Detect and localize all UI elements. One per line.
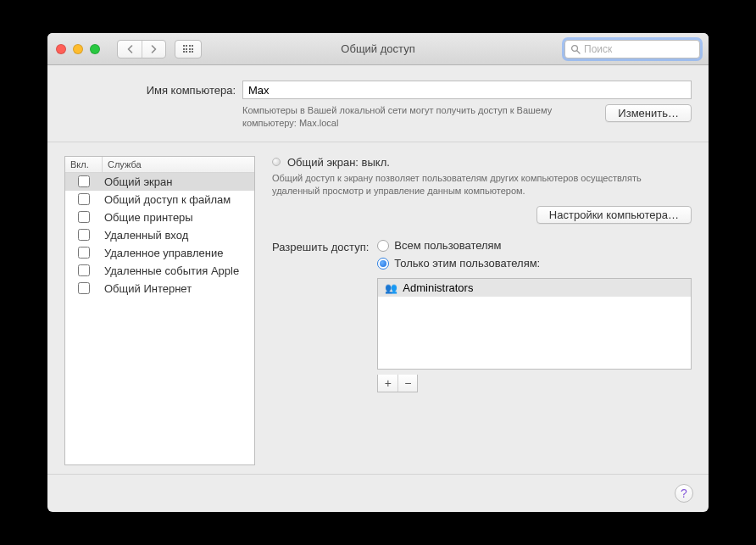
service-checkbox[interactable] <box>78 247 90 259</box>
service-label: Общие принтеры <box>103 211 254 224</box>
computer-name-label: Имя компьютера: <box>64 84 236 97</box>
access-section: Разрешить доступ: Всем пользователям Тол… <box>272 239 692 392</box>
svg-point-0 <box>572 45 578 51</box>
search-icon <box>570 44 581 54</box>
show-all-button[interactable] <box>175 40 202 58</box>
zoom-window-button[interactable] <box>90 44 100 54</box>
preferences-window: Общий доступ Имя компьютера: Компьютеры … <box>47 33 709 512</box>
service-label: Общий доступ к файлам <box>103 193 254 206</box>
search-field[interactable] <box>564 40 700 58</box>
service-label: Удаленное управление <box>103 247 254 259</box>
service-row[interactable]: Общий доступ к файлам <box>65 191 254 209</box>
computer-name-input[interactable] <box>242 81 692 99</box>
svg-line-1 <box>577 51 580 53</box>
user-name: Administrators <box>403 281 473 294</box>
service-row[interactable]: Общий экран <box>65 173 254 191</box>
forward-button[interactable] <box>142 41 165 58</box>
titlebar: Общий доступ <box>47 33 709 65</box>
service-label: Удаленные события Apple <box>103 264 254 277</box>
computer-name-section: Имя компьютера: Компьютеры в Вашей локал… <box>47 65 709 142</box>
service-checkbox[interactable] <box>78 211 90 223</box>
main-section: Вкл. Служба Общий экранОбщий доступ к фа… <box>47 142 709 475</box>
services-panel: Вкл. Служба Общий экранОбщий доступ к фа… <box>64 156 255 465</box>
content-area: Имя компьютера: Компьютеры в Вашей локал… <box>47 65 709 512</box>
services-list[interactable]: Вкл. Служба Общий экранОбщий доступ к фа… <box>64 156 255 465</box>
access-label: Разрешить доступ: <box>272 239 369 253</box>
back-button[interactable] <box>118 41 142 58</box>
grid-icon <box>183 45 194 53</box>
status-text: Общий экран: выкл. <box>287 156 390 169</box>
service-checkbox[interactable] <box>78 175 90 187</box>
minimize-window-button[interactable] <box>73 44 83 54</box>
radio-icon <box>377 258 389 270</box>
chevron-left-icon <box>126 45 134 53</box>
radio-all-label: Всем пользователям <box>394 239 501 252</box>
user-row[interactable]: 👥Administrators <box>378 279 691 297</box>
help-button[interactable]: ? <box>675 484 693 503</box>
footer: ? <box>47 475 709 512</box>
service-row[interactable]: Общие принтеры <box>65 209 254 226</box>
service-label: Удаленный вход <box>103 229 254 242</box>
services-header: Вкл. Служба <box>65 157 254 173</box>
service-label: Общий экран <box>103 175 254 188</box>
add-user-button[interactable]: + <box>378 375 397 392</box>
service-description: Общий доступ к экрану позволяет пользова… <box>272 172 692 198</box>
users-list[interactable]: 👥Administrators <box>377 278 692 370</box>
computer-settings-button[interactable]: Настройки компьютера… <box>536 206 692 224</box>
computer-name-hint: Компьютеры в Вашей локальной сети могут … <box>242 104 605 130</box>
remove-user-button[interactable]: − <box>397 375 417 392</box>
radio-all-users[interactable]: Всем пользователям <box>377 239 692 252</box>
header-service[interactable]: Служба <box>103 157 254 172</box>
radio-only-label: Только этим пользователям: <box>394 257 540 270</box>
traffic-lights <box>56 44 100 54</box>
chevron-right-icon <box>150 45 158 53</box>
search-input[interactable] <box>584 43 709 55</box>
header-on[interactable]: Вкл. <box>65 157 103 172</box>
service-label: Общий Интернет <box>103 282 254 295</box>
edit-button[interactable]: Изменить… <box>605 104 692 122</box>
service-row[interactable]: Удаленный вход <box>65 226 254 244</box>
status-indicator-icon <box>272 158 281 166</box>
service-checkbox[interactable] <box>78 193 90 205</box>
users-icon: 👥 <box>385 282 397 294</box>
nav-buttons <box>117 40 166 58</box>
detail-panel: Общий экран: выкл. Общий доступ к экрану… <box>272 156 692 465</box>
radio-icon <box>377 240 389 252</box>
service-row[interactable]: Удаленные события Apple <box>65 262 254 280</box>
service-row[interactable]: Общий Интернет <box>65 280 254 298</box>
service-checkbox[interactable] <box>78 229 90 241</box>
service-row[interactable]: Удаленное управление <box>65 244 254 262</box>
service-checkbox[interactable] <box>78 264 90 276</box>
close-window-button[interactable] <box>56 44 66 54</box>
add-remove-buttons: + − <box>377 375 418 392</box>
service-checkbox[interactable] <box>78 282 90 294</box>
radio-only-users[interactable]: Только этим пользователям: <box>377 257 692 270</box>
